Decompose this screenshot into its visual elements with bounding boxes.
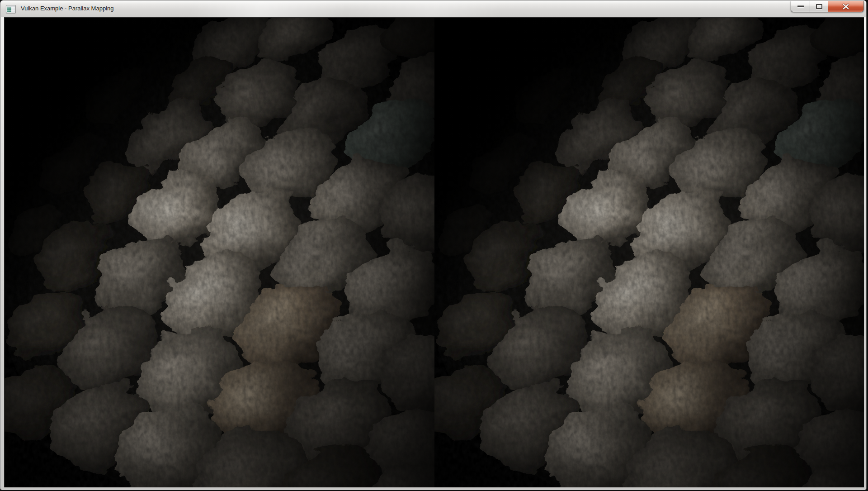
close-button[interactable] bbox=[828, 1, 863, 12]
maximize-icon bbox=[816, 4, 822, 9]
application-icon bbox=[6, 5, 16, 13]
application-icon-lines bbox=[7, 7, 15, 12]
minimize-icon bbox=[797, 5, 804, 7]
render-view-right[interactable] bbox=[434, 18, 864, 487]
window-controls bbox=[791, 1, 864, 12]
render-client-area bbox=[4, 17, 864, 487]
title-bar[interactable]: Vulkan Example - Parallax Mapping bbox=[1, 1, 866, 17]
minimize-button[interactable] bbox=[791, 1, 810, 12]
window-title: Vulkan Example - Parallax Mapping bbox=[21, 1, 113, 17]
close-icon bbox=[842, 4, 849, 10]
app-window: Vulkan Example - Parallax Mapping bbox=[0, 0, 867, 490]
maximize-button[interactable] bbox=[810, 1, 828, 12]
render-view-left[interactable] bbox=[5, 18, 434, 487]
